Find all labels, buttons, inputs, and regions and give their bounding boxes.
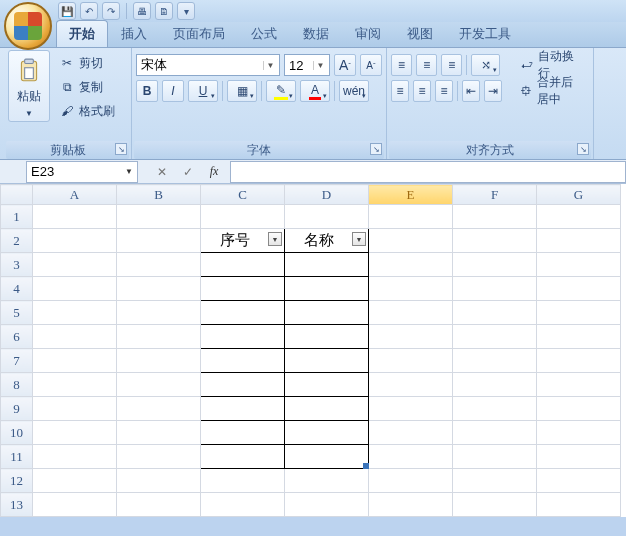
cell-D9[interactable]: [285, 397, 369, 421]
font-launcher[interactable]: ↘: [370, 143, 382, 155]
select-all-corner[interactable]: [1, 185, 33, 205]
cell-C8[interactable]: [201, 373, 285, 397]
cell-D8[interactable]: [285, 373, 369, 397]
tab-insert[interactable]: 插入: [108, 20, 160, 47]
wrap-text-button[interactable]: ⮐ 自动换行: [514, 54, 589, 76]
font-name-combo[interactable]: 宋体 ▼: [136, 54, 280, 76]
orientation-button[interactable]: ⤭: [471, 54, 500, 76]
row-header-12[interactable]: 12: [1, 469, 33, 493]
cell-F12[interactable]: [453, 469, 537, 493]
cell-E2[interactable]: [369, 229, 453, 253]
cell-A7[interactable]: [33, 349, 117, 373]
row-header-11[interactable]: 11: [1, 445, 33, 469]
cell-F4[interactable]: [453, 277, 537, 301]
cell-C3[interactable]: [201, 253, 285, 277]
font-size-combo[interactable]: 12 ▼: [284, 54, 330, 76]
cell-F9[interactable]: [453, 397, 537, 421]
row-header-7[interactable]: 7: [1, 349, 33, 373]
cell-A3[interactable]: [33, 253, 117, 277]
name-box[interactable]: E23 ▼: [26, 161, 138, 183]
qat-print-button[interactable]: 🖶: [133, 2, 151, 20]
alignment-launcher[interactable]: ↘: [577, 143, 589, 155]
cell-A8[interactable]: [33, 373, 117, 397]
cell-C9[interactable]: [201, 397, 285, 421]
format-painter-button[interactable]: 🖌 格式刷: [54, 100, 120, 122]
cell-B8[interactable]: [117, 373, 201, 397]
cell-G6[interactable]: [537, 325, 621, 349]
cell-B4[interactable]: [117, 277, 201, 301]
cell-C12[interactable]: [201, 469, 285, 493]
cell-G10[interactable]: [537, 421, 621, 445]
shrink-font-button[interactable]: Aˇ: [360, 54, 382, 76]
cell-E11[interactable]: [369, 445, 453, 469]
cell-F11[interactable]: [453, 445, 537, 469]
clipboard-launcher[interactable]: ↘: [115, 143, 127, 155]
row-header-5[interactable]: 5: [1, 301, 33, 325]
column-header-G[interactable]: G: [537, 185, 621, 205]
cancel-formula-button[interactable]: ✕: [150, 162, 174, 182]
tab-formulas[interactable]: 公式: [238, 20, 290, 47]
cell-A11[interactable]: [33, 445, 117, 469]
cell-C4[interactable]: [201, 277, 285, 301]
cell-G5[interactable]: [537, 301, 621, 325]
indent-decrease-button[interactable]: ⇤: [462, 80, 480, 102]
chevron-down-icon[interactable]: ▼: [263, 61, 277, 70]
italic-button[interactable]: I: [162, 80, 184, 102]
cell-A13[interactable]: [33, 493, 117, 517]
cell-B3[interactable]: [117, 253, 201, 277]
cell-B10[interactable]: [117, 421, 201, 445]
cell-C11[interactable]: [201, 445, 285, 469]
cell-A12[interactable]: [33, 469, 117, 493]
bold-button[interactable]: B: [136, 80, 158, 102]
qat-customize-button[interactable]: ▾: [177, 2, 195, 20]
row-header-10[interactable]: 10: [1, 421, 33, 445]
row-header-3[interactable]: 3: [1, 253, 33, 277]
cell-F5[interactable]: [453, 301, 537, 325]
cell-B9[interactable]: [117, 397, 201, 421]
copy-button[interactable]: ⧉ 复制: [54, 76, 120, 98]
cell-E10[interactable]: [369, 421, 453, 445]
fill-color-button[interactable]: ✎: [266, 80, 296, 102]
align-right-button[interactable]: ≡: [435, 80, 453, 102]
border-button[interactable]: ▦: [227, 80, 257, 102]
cell-G12[interactable]: [537, 469, 621, 493]
filter-button[interactable]: ▼: [268, 232, 282, 246]
table-resize-handle[interactable]: [363, 463, 369, 469]
cell-D13[interactable]: [285, 493, 369, 517]
cell-E8[interactable]: [369, 373, 453, 397]
cell-D1[interactable]: [285, 205, 369, 229]
cell-B2[interactable]: [117, 229, 201, 253]
tab-developer[interactable]: 开发工具: [446, 20, 524, 47]
cell-A4[interactable]: [33, 277, 117, 301]
cell-D4[interactable]: [285, 277, 369, 301]
cell-B12[interactable]: [117, 469, 201, 493]
cell-E13[interactable]: [369, 493, 453, 517]
align-middle-button[interactable]: ≡: [416, 54, 437, 76]
formula-input[interactable]: [230, 161, 626, 183]
row-header-4[interactable]: 4: [1, 277, 33, 301]
cell-G2[interactable]: [537, 229, 621, 253]
row-header-6[interactable]: 6: [1, 325, 33, 349]
cell-B11[interactable]: [117, 445, 201, 469]
cell-E7[interactable]: [369, 349, 453, 373]
cut-button[interactable]: ✂ 剪切: [54, 52, 120, 74]
align-bottom-button[interactable]: ≡: [441, 54, 462, 76]
cell-E3[interactable]: [369, 253, 453, 277]
align-top-button[interactable]: ≡: [391, 54, 412, 76]
cell-B1[interactable]: [117, 205, 201, 229]
cell-G8[interactable]: [537, 373, 621, 397]
qat-redo-button[interactable]: ↷: [102, 2, 120, 20]
phonetic-button[interactable]: wén: [339, 80, 369, 102]
tab-data[interactable]: 数据: [290, 20, 342, 47]
qat-preview-button[interactable]: 🗎: [155, 2, 173, 20]
cell-D12[interactable]: [285, 469, 369, 493]
cell-C7[interactable]: [201, 349, 285, 373]
merge-center-button[interactable]: ⯐ 合并后居中: [515, 80, 589, 102]
column-header-A[interactable]: A: [33, 185, 117, 205]
row-header-13[interactable]: 13: [1, 493, 33, 517]
chevron-down-icon[interactable]: ▼: [313, 61, 327, 70]
cell-A9[interactable]: [33, 397, 117, 421]
cell-F6[interactable]: [453, 325, 537, 349]
cell-F10[interactable]: [453, 421, 537, 445]
cell-E6[interactable]: [369, 325, 453, 349]
